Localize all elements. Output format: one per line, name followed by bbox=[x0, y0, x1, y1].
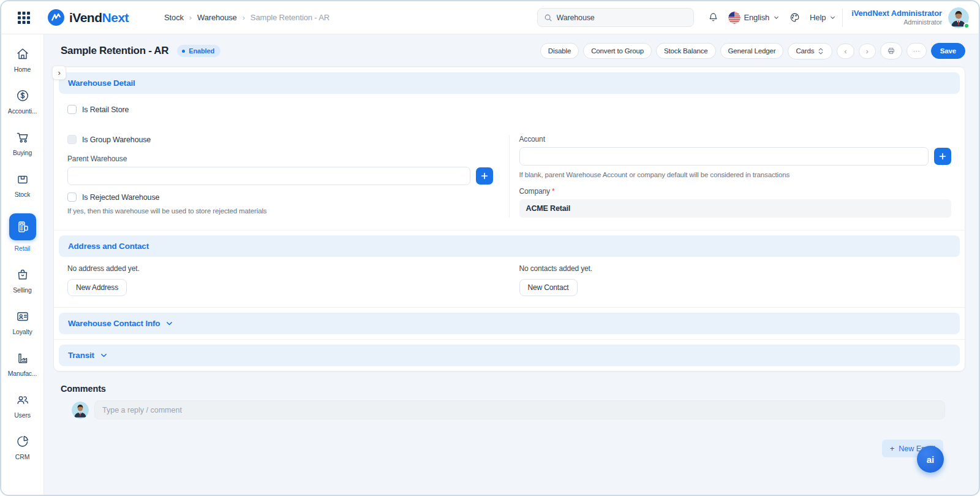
save-button[interactable]: Save bbox=[931, 43, 965, 59]
checkbox-icon bbox=[67, 105, 77, 114]
section-header-warehouse-contact-info[interactable]: Warehouse Contact Info bbox=[59, 313, 960, 334]
global-search[interactable] bbox=[537, 8, 694, 27]
theme-switcher-button[interactable] bbox=[789, 12, 801, 23]
section-transit: Transit bbox=[54, 339, 965, 366]
plus-icon bbox=[938, 152, 947, 161]
company-label: Company * bbox=[519, 187, 952, 196]
language-selector[interactable]: English bbox=[728, 12, 780, 24]
chevron-down-icon bbox=[100, 351, 108, 359]
chevron-down-icon bbox=[165, 319, 173, 327]
account-input[interactable] bbox=[519, 147, 929, 166]
section-header-address-and-contact[interactable]: Address and Contact bbox=[59, 235, 960, 257]
next-record-button[interactable]: › bbox=[859, 44, 876, 59]
ai-assistant-button[interactable]: ai bbox=[917, 446, 944, 473]
plus-icon bbox=[480, 172, 489, 180]
grid-icon bbox=[17, 11, 31, 25]
main-content: Sample Retention - AR Enabled Disable Co… bbox=[44, 34, 979, 495]
parent-warehouse-input[interactable] bbox=[67, 167, 470, 185]
section-warehouse-detail: Warehouse Detail Is Retail Store Is Grou bbox=[54, 67, 965, 230]
sidebar-item-crm[interactable]: CRM bbox=[3, 434, 42, 460]
sidebar-item-buying[interactable]: Buying bbox=[3, 130, 42, 156]
header-divider bbox=[842, 9, 843, 27]
accounting-icon bbox=[15, 88, 30, 103]
sidebar-item-manufacturing[interactable]: Manufac... bbox=[3, 351, 42, 377]
parent-warehouse-label: Parent Warehouse bbox=[67, 155, 493, 163]
user-role: Administrator bbox=[851, 18, 942, 27]
home-icon bbox=[15, 47, 30, 61]
new-contact-button[interactable]: New Contact bbox=[519, 279, 578, 296]
sidebar-item-stock[interactable]: Stock bbox=[3, 172, 42, 198]
app-grid-menu-icon[interactable] bbox=[17, 11, 31, 25]
us-flag-icon bbox=[728, 12, 741, 24]
stock-balance-button[interactable]: Stock Balance bbox=[656, 43, 716, 59]
add-parent-warehouse-button[interactable] bbox=[476, 167, 493, 185]
shopping-bag-icon bbox=[15, 267, 30, 282]
users-icon bbox=[15, 392, 30, 407]
breadcrumb-separator: › bbox=[243, 13, 245, 22]
new-address-button[interactable]: New Address bbox=[67, 279, 127, 296]
status-badge: Enabled bbox=[177, 45, 221, 57]
user-menu[interactable]: iVendNext Administrator Administrator bbox=[851, 7, 969, 28]
toolbar: Disable Convert to Group Stock Balance G… bbox=[540, 42, 965, 59]
contact-empty-text: No contacts added yet. bbox=[519, 264, 952, 273]
pos-terminal-icon bbox=[15, 219, 30, 234]
brand-text: iVendNext bbox=[69, 10, 129, 25]
search-icon bbox=[544, 13, 552, 22]
page-header-row: Sample Retention - AR Enabled Disable Co… bbox=[44, 34, 979, 65]
cards-view-selector[interactable]: Cards bbox=[788, 43, 832, 59]
notifications-button[interactable] bbox=[707, 12, 719, 23]
section-address-and-contact: Address and Contact No address added yet… bbox=[54, 230, 965, 307]
column-left: Is Group Warehouse Parent Warehouse bbox=[54, 135, 510, 218]
top-header: iVendNext Stock › Warehouse › Sample Ret… bbox=[1, 1, 979, 34]
printer-icon bbox=[887, 47, 895, 55]
contact-column: No contacts added yet. New Contact bbox=[510, 264, 952, 296]
comment-input[interactable] bbox=[94, 400, 945, 419]
disable-button[interactable]: Disable bbox=[540, 43, 579, 59]
prev-record-button[interactable]: ‹ bbox=[837, 44, 854, 59]
address-empty-text: No address added yet. bbox=[67, 264, 510, 273]
id-card-icon bbox=[15, 309, 30, 324]
breadcrumb-warehouse[interactable]: Warehouse bbox=[197, 13, 237, 22]
section-header-transit[interactable]: Transit bbox=[59, 345, 960, 366]
module-sidebar: Home Accounti... Buying Stock Retail Sel… bbox=[1, 34, 44, 495]
comments-title: Comments bbox=[61, 384, 945, 394]
plus-icon: + bbox=[890, 444, 895, 453]
more-actions-button[interactable]: ··· bbox=[907, 43, 927, 59]
checkbox-icon bbox=[67, 135, 77, 144]
online-status-dot bbox=[963, 23, 970, 29]
comments-section: Comments bbox=[44, 372, 979, 419]
address-column: No address added yet. New Address bbox=[67, 264, 510, 296]
is-rejected-warehouse-checkbox[interactable]: Is Rejected Warehouse bbox=[67, 193, 493, 202]
is-rejected-warehouse-description: If yes, then this warehouse will be used… bbox=[67, 207, 493, 215]
breadcrumb-separator: › bbox=[189, 13, 192, 22]
help-menu[interactable]: Help bbox=[810, 13, 836, 22]
add-account-button[interactable] bbox=[934, 148, 951, 165]
column-right: Account If blank, parent Warehouse Accou… bbox=[510, 135, 965, 218]
breadcrumb-current: Sample Retention - AR bbox=[251, 13, 330, 22]
sidebar-item-loyalty[interactable]: Loyalty bbox=[3, 309, 42, 335]
print-button[interactable] bbox=[880, 42, 902, 59]
is-retail-store-checkbox[interactable]: Is Retail Store bbox=[67, 105, 951, 114]
collapse-panel-button[interactable]: › bbox=[52, 66, 66, 80]
sidebar-item-home[interactable]: Home bbox=[3, 47, 42, 73]
user-avatar[interactable] bbox=[948, 7, 969, 28]
company-value: ACME Retail bbox=[519, 199, 952, 218]
sidebar-item-accounting[interactable]: Accounti... bbox=[3, 88, 42, 115]
avatar-image bbox=[72, 402, 89, 419]
brand-logo[interactable]: iVendNext bbox=[48, 9, 129, 26]
required-asterisk: * bbox=[552, 187, 555, 196]
sidebar-item-users[interactable]: Users bbox=[3, 392, 42, 419]
section-header-warehouse-detail[interactable]: Warehouse Detail bbox=[59, 72, 960, 94]
user-name: iVendNext Administrator bbox=[851, 9, 942, 18]
sidebar-item-retail[interactable]: Retail bbox=[3, 213, 42, 252]
sidebar-item-selling[interactable]: Selling bbox=[3, 267, 42, 294]
convert-to-group-button[interactable]: Convert to Group bbox=[583, 43, 652, 59]
chevron-down-icon bbox=[773, 14, 780, 21]
breadcrumb-stock[interactable]: Stock bbox=[164, 13, 184, 22]
bell-icon bbox=[707, 12, 719, 23]
search-input[interactable] bbox=[557, 13, 687, 22]
sort-arrows-icon bbox=[817, 47, 824, 55]
general-ledger-button[interactable]: General Ledger bbox=[720, 43, 784, 59]
app-window: iVendNext Stock › Warehouse › Sample Ret… bbox=[0, 0, 980, 496]
form-card: › Warehouse Detail Is Retail Store bbox=[53, 66, 965, 372]
